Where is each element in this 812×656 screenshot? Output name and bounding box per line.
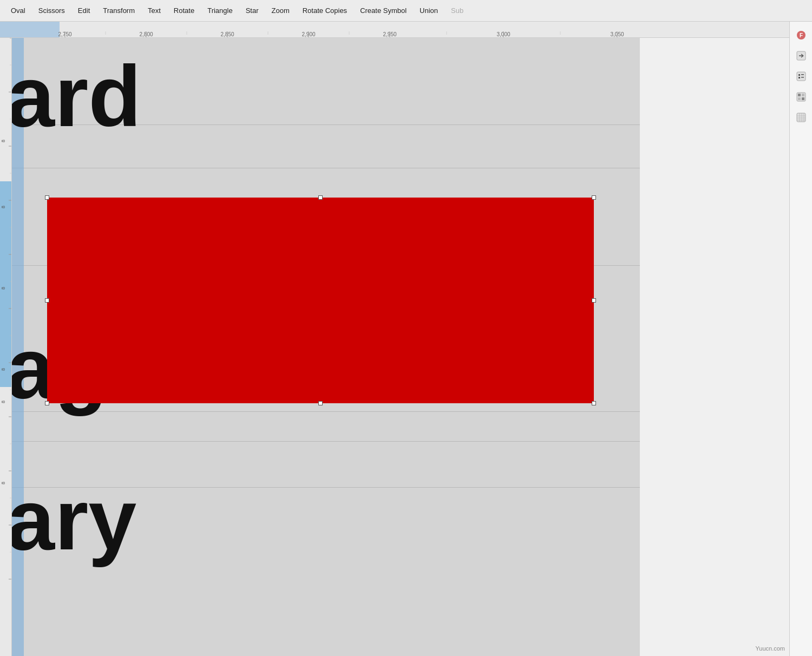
handle-middle-left[interactable] [45,298,49,303]
export-button[interactable] [793,48,809,64]
handle-top-middle[interactable] [318,195,323,200]
grid-line-5 [12,441,640,442]
v-ruler-num-1: 8 [1,140,6,142]
svg-rect-48 [798,97,801,100]
v-ruler-num-2: 8 [1,206,6,208]
svg-rect-47 [802,94,804,96]
toolbar-transform[interactable]: Transform [96,0,141,22]
toolbar-oval[interactable]: Oval [4,0,32,22]
toolbar-create-symbol[interactable]: Create Symbol [353,0,413,22]
svg-rect-46 [798,94,801,96]
horizontal-ruler: 2,750 2,800 2,850 2,900 2,950 3,000 3,05… [0,22,812,38]
bg-text-ary: ary [12,476,136,563]
figma-icon-button[interactable]: F [793,27,809,43]
v-ruler-num-6: 8 [1,482,6,484]
watermark: Yuucn.com [756,645,785,652]
v-ruler-num-5: 8 [1,401,6,403]
toolbar-union[interactable]: Union [413,0,444,22]
list-button[interactable] [793,68,809,84]
handle-top-right[interactable] [592,195,596,200]
svg-text:F: F [799,32,802,38]
toolbar-zoom[interactable]: Zoom [265,0,296,22]
handle-middle-right[interactable] [592,298,596,303]
v-ruler-num-3: 8 [1,287,6,290]
svg-rect-44 [801,77,804,78]
red-fill-rect [47,198,594,403]
toolbar-scissors[interactable]: Scissors [32,0,71,22]
handle-bottom-right[interactable] [592,401,596,405]
selected-rectangle[interactable] [47,198,594,403]
canvas-area[interactable]: ard ag ary [12,38,640,656]
handle-top-left[interactable] [45,195,49,200]
bg-text-ard: ard [12,53,141,140]
toolbar: Oval Scissors Edit Transform Text Rotate… [0,0,812,22]
v-ruler-num-4: 8 [1,368,6,371]
toolbar-star[interactable]: Star [239,0,265,22]
right-panel: F [789,22,812,656]
svg-rect-42 [801,74,804,75]
vertical-ruler: 8 8 8 8 8 8 [0,22,12,656]
svg-rect-49 [802,97,804,100]
svg-rect-41 [798,74,800,76]
toolbar-triangle[interactable]: Triangle [201,0,239,22]
svg-rect-43 [798,77,800,78]
toolbar-rotate[interactable]: Rotate [167,0,201,22]
grid-2x2-button[interactable] [793,89,809,105]
handle-bottom-left[interactable] [45,401,49,405]
grid-line-2 [12,168,640,168]
toolbar-rotate-copies[interactable]: Rotate Copies [296,0,353,22]
grid-4x4-button[interactable] [793,109,809,126]
toolbar-sub: Sub [444,0,470,22]
toolbar-text[interactable]: Text [141,0,167,22]
svg-rect-50 [797,113,806,122]
handle-bottom-middle[interactable] [318,401,323,405]
svg-rect-40 [797,72,806,81]
toolbar-edit[interactable]: Edit [71,0,96,22]
